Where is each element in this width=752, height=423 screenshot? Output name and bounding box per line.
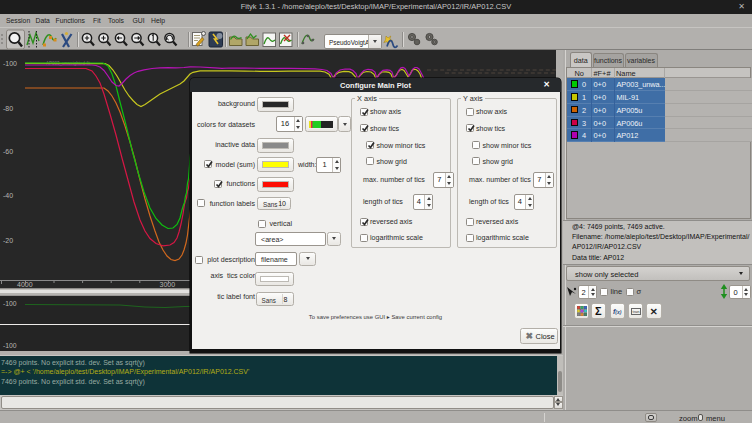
svg-text:-20: -20: [3, 237, 13, 244]
svg-text:-80: -80: [3, 105, 13, 112]
svg-text:-40: -40: [3, 192, 13, 199]
svg-text:-60: -60: [3, 148, 13, 155]
svg-text:-100: -100: [3, 60, 17, 67]
